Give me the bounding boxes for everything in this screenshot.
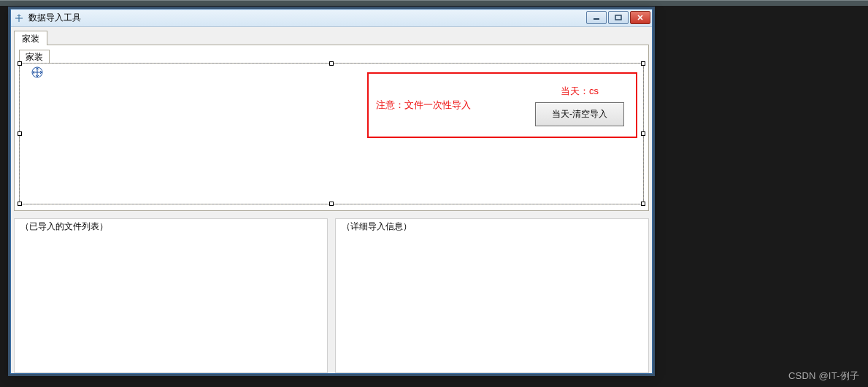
detail-info-group: （详细导入信息） xyxy=(335,218,649,373)
resize-handle-s[interactable] xyxy=(329,202,334,206)
resize-handle-sw[interactable] xyxy=(18,202,22,206)
resize-handle-ne[interactable] xyxy=(641,61,645,66)
resize-handle-se[interactable] xyxy=(641,202,645,206)
client-area: 家装 家装 xyxy=(11,27,652,373)
warning-panel: 注意：文件一次性导入 当天：cs 当天-清空导入 xyxy=(367,72,637,138)
detail-info-legend: （详细导入信息） xyxy=(340,221,413,233)
day-label: 当天：cs xyxy=(561,85,599,98)
resize-handle-e[interactable] xyxy=(641,131,645,136)
lower-row: （已导入的文件列表） （详细导入信息） xyxy=(14,218,649,373)
app-icon xyxy=(14,13,24,23)
svg-rect-1 xyxy=(615,15,621,20)
outer-tab-header: 家装 xyxy=(14,30,649,45)
maximize-button[interactable] xyxy=(608,11,629,24)
inner-tab-jiazhuang[interactable]: 家装 xyxy=(19,50,50,63)
resize-handle-n[interactable] xyxy=(329,61,334,66)
window-controls xyxy=(586,11,650,24)
outer-tab-page: 家装 注意：文件一次性导入 xyxy=(14,45,649,211)
move-icon[interactable] xyxy=(31,66,43,78)
minimize-button[interactable] xyxy=(586,11,607,24)
resize-handle-nw[interactable] xyxy=(18,61,22,66)
titlebar[interactable]: 数据导入工具 xyxy=(11,9,652,27)
imported-files-group: （已导入的文件列表） xyxy=(14,218,328,373)
resize-handle-w[interactable] xyxy=(18,131,22,136)
svg-rect-0 xyxy=(594,18,599,20)
close-button[interactable] xyxy=(630,11,650,24)
clear-import-button[interactable]: 当天-清空导入 xyxy=(535,102,624,126)
app-window: 数据导入工具 家装 家装 xyxy=(10,9,653,374)
tab-jiazhuang[interactable]: 家装 xyxy=(14,31,47,45)
window-title: 数据导入工具 xyxy=(28,12,81,24)
inner-tab-page[interactable]: 注意：文件一次性导入 当天：cs 当天-清空导入 xyxy=(19,63,644,204)
watermark: CSDN @IT-例子 xyxy=(788,369,859,383)
warning-note: 注意：文件一次性导入 xyxy=(376,99,471,112)
imported-files-legend: （已导入的文件列表） xyxy=(19,221,110,233)
viewport-top-bar xyxy=(0,0,868,6)
warning-right-column: 当天：cs 当天-清空导入 xyxy=(535,85,624,126)
